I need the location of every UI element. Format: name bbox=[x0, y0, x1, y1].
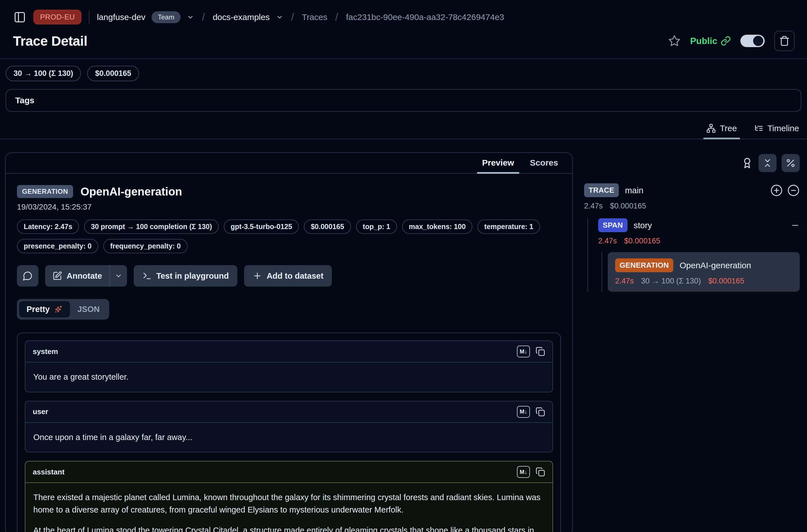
message-paragraph: You are a great storyteller. bbox=[33, 371, 545, 383]
json-toggle[interactable]: JSON bbox=[70, 301, 107, 317]
tab-timeline-label: Timeline bbox=[768, 124, 799, 133]
trace-detail-page: PROD-EU langfuse-dev Team / docs-example… bbox=[0, 0, 807, 532]
message-role: user bbox=[33, 407, 48, 416]
top-p-badge: top_p: 1 bbox=[356, 220, 397, 234]
tab-timeline[interactable]: Timeline bbox=[754, 124, 799, 139]
comment-button[interactable] bbox=[17, 265, 38, 287]
chevron-down-icon bbox=[115, 272, 123, 280]
markdown-toggle-icon[interactable]: M↓ bbox=[517, 466, 530, 478]
tree-node-trace[interactable]: TRACE main bbox=[584, 183, 800, 197]
generation-latency: 2.47s bbox=[615, 277, 634, 285]
copy-icon[interactable] bbox=[536, 347, 545, 356]
breadcrumb-separator: / bbox=[289, 11, 296, 23]
tab-tree[interactable]: Tree bbox=[706, 124, 737, 139]
minus-circle-icon bbox=[787, 184, 800, 196]
playground-label: Test in playground bbox=[156, 271, 229, 281]
message-header: user M↓ bbox=[25, 401, 552, 423]
comment-icon bbox=[23, 271, 33, 281]
list-tree-icon bbox=[754, 124, 764, 133]
content: Preview Scores GENERATION OpenAI-generat… bbox=[0, 152, 807, 532]
sidebar-toggle-button[interactable] bbox=[14, 11, 26, 23]
add-to-dataset-label: Add to dataset bbox=[267, 271, 323, 281]
breadcrumb-trace-id: fac231bc-90ee-490a-aa32-78c4269474e3 bbox=[346, 13, 504, 22]
public-link[interactable]: Public bbox=[690, 36, 731, 46]
span-type-badge: SPAN bbox=[598, 218, 627, 232]
tab-tree-label: Tree bbox=[720, 124, 737, 133]
chevron-down-icon[interactable] bbox=[187, 14, 194, 21]
public-toggle[interactable] bbox=[740, 35, 765, 47]
tab-preview[interactable]: Preview bbox=[474, 153, 522, 173]
collapse-span-button[interactable] bbox=[791, 221, 800, 230]
trace-name: main bbox=[625, 186, 643, 195]
tree-node-span[interactable]: SPAN story bbox=[598, 218, 800, 232]
message-paragraph: Once upon a time in a galaxy far, far aw… bbox=[33, 431, 545, 444]
expand-collapse-buttons bbox=[770, 184, 800, 196]
observation-type-badge: GENERATION bbox=[17, 185, 73, 198]
expand-all-button[interactable] bbox=[770, 184, 783, 196]
award-button[interactable] bbox=[741, 157, 753, 169]
message-assistant: assistant M↓ There existed a majestic pl… bbox=[25, 461, 553, 532]
generation-tokens: 30 → 100 (Σ 130) bbox=[641, 277, 701, 285]
message-tools: M↓ bbox=[517, 345, 545, 357]
generation-cost: $0.000165 bbox=[708, 277, 744, 285]
team-badge: Team bbox=[151, 11, 181, 23]
chevrons-down-up-icon bbox=[763, 158, 773, 168]
copy-icon[interactable] bbox=[536, 407, 545, 417]
pretty-label: Pretty bbox=[26, 305, 50, 314]
tree-children: SPAN story 2.47s $0.000165 bbox=[587, 218, 800, 292]
minus-icon bbox=[791, 221, 800, 230]
tree-node-generation-selected[interactable]: GENERATION OpenAI-generation 2.47s 30 → … bbox=[608, 252, 800, 292]
observation-body: GENERATION OpenAI-generation 19/03/2024,… bbox=[6, 174, 572, 532]
trace-metrics: 2.47s $0.000165 bbox=[584, 202, 800, 210]
delete-trace-button[interactable] bbox=[774, 31, 794, 51]
copy-icon[interactable] bbox=[536, 467, 545, 477]
trace-latency: 2.47s bbox=[584, 202, 603, 210]
annotate-split-button: Annotate bbox=[45, 265, 127, 287]
message-user: user M↓ Once upon a time in a galaxy far… bbox=[25, 401, 553, 453]
message-tools: M↓ bbox=[517, 466, 545, 478]
pretty-toggle[interactable]: Pretty bbox=[19, 301, 70, 317]
plus-icon bbox=[252, 271, 262, 281]
span-metrics: 2.47s $0.000165 bbox=[598, 237, 800, 245]
message-role: system bbox=[33, 347, 58, 356]
star-icon bbox=[668, 35, 681, 47]
observation-title: OpenAI-generation bbox=[80, 185, 182, 198]
tree-toolbar bbox=[584, 154, 800, 172]
tree-icon bbox=[706, 124, 716, 133]
observation-badges: Latency: 2.47s 30 prompt → 100 completio… bbox=[17, 220, 561, 253]
metrics-toggle-button[interactable] bbox=[782, 154, 800, 172]
annotate-label: Annotate bbox=[67, 271, 102, 281]
breadcrumb-folder[interactable]: docs-examples bbox=[213, 13, 270, 22]
model-badge[interactable]: gpt-3.5-turbo-0125 bbox=[224, 220, 299, 234]
add-to-dataset-button[interactable]: Add to dataset bbox=[244, 265, 332, 287]
cost-badge: $0.000165 bbox=[304, 220, 351, 234]
test-in-playground-button[interactable]: Test in playground bbox=[134, 265, 237, 287]
format-toggle: Pretty JSON bbox=[17, 299, 109, 320]
markdown-toggle-icon[interactable]: M↓ bbox=[517, 345, 530, 357]
breadcrumb-traces[interactable]: Traces bbox=[302, 13, 327, 22]
temperature-badge: temperature: 1 bbox=[477, 220, 540, 234]
annotate-button[interactable]: Annotate bbox=[45, 265, 110, 287]
observation-header: GENERATION OpenAI-generation bbox=[17, 185, 561, 198]
tags-box[interactable]: Tags bbox=[6, 89, 801, 112]
markdown-toggle-icon[interactable]: M↓ bbox=[517, 406, 530, 418]
collapse-tree-button[interactable] bbox=[787, 184, 800, 196]
topbar: PROD-EU langfuse-dev Team / docs-example… bbox=[0, 0, 807, 24]
tab-scores[interactable]: Scores bbox=[522, 153, 566, 173]
tags-label: Tags bbox=[15, 96, 34, 105]
breadcrumb-project[interactable]: langfuse-dev bbox=[97, 13, 145, 22]
message-content: Once upon a time in a galaxy far, far aw… bbox=[25, 423, 552, 452]
plus-circle-icon bbox=[770, 184, 783, 196]
percent-icon bbox=[786, 158, 796, 168]
chevron-down-icon[interactable] bbox=[276, 14, 283, 21]
summary-badges: 30 → 100 (Σ 130) $0.000165 bbox=[0, 59, 807, 81]
bookmark-star-button[interactable] bbox=[668, 35, 681, 47]
public-label: Public bbox=[690, 36, 717, 46]
tree-children: GENERATION OpenAI-generation 2.47s 30 → … bbox=[602, 252, 800, 292]
sparkles-icon bbox=[54, 305, 63, 314]
collapse-all-button[interactable] bbox=[758, 154, 776, 172]
latency-badge: Latency: 2.47s bbox=[17, 220, 79, 234]
annotate-dropdown-button[interactable] bbox=[110, 265, 127, 287]
breadcrumb-separator: / bbox=[334, 11, 340, 23]
message-header: assistant M↓ bbox=[25, 461, 552, 483]
